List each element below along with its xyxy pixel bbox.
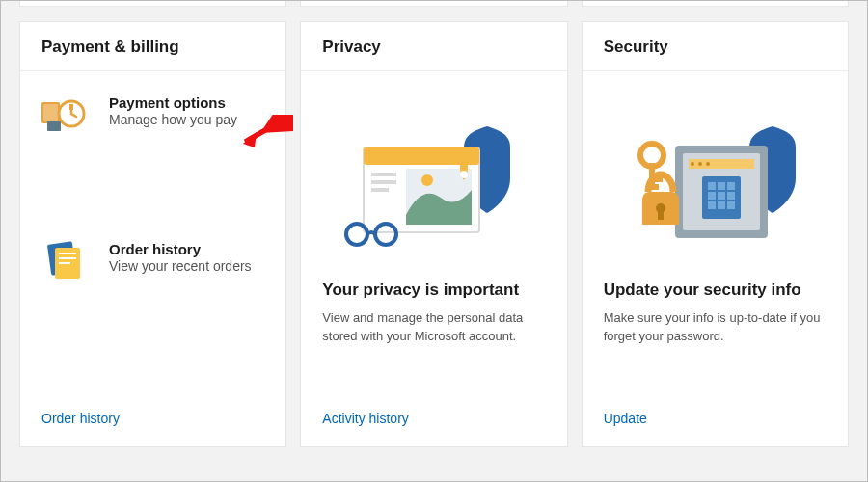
order-history-sub: View your recent orders bbox=[109, 258, 252, 274]
billing-text: Payment options Manage how you pay bbox=[109, 93, 237, 127]
svg-rect-9 bbox=[59, 262, 70, 264]
card-footer: Activity history bbox=[301, 392, 566, 446]
order-history-title: Order history bbox=[109, 241, 252, 257]
svg-rect-41 bbox=[658, 210, 664, 220]
svg-rect-27 bbox=[708, 182, 716, 190]
card-privacy: Privacy bbox=[300, 21, 567, 447]
card-title: Payment & billing bbox=[41, 38, 264, 57]
card-header: Payment & billing bbox=[20, 22, 285, 71]
payment-options-title: Payment options bbox=[109, 94, 237, 111]
cards-container: Payment & billing Payment options Ma bbox=[1, 21, 867, 447]
card-body: Payment options Manage how you pay Order… bbox=[20, 71, 285, 392]
payment-options-icon bbox=[41, 93, 88, 135]
card-header: Privacy bbox=[301, 22, 566, 71]
svg-rect-29 bbox=[727, 182, 735, 190]
svg-rect-7 bbox=[59, 253, 76, 254]
payment-options-sub: Manage how you pay bbox=[109, 112, 237, 127]
order-history-link[interactable]: Order history bbox=[41, 411, 120, 426]
billing-text: Order history View your recent orders bbox=[109, 239, 252, 274]
update-link[interactable]: Update bbox=[604, 411, 647, 426]
security-illustration bbox=[604, 96, 827, 265]
svg-rect-33 bbox=[708, 201, 716, 209]
card-body: Your privacy is important View and manag… bbox=[301, 71, 566, 392]
svg-rect-13 bbox=[371, 180, 396, 184]
order-history-icon bbox=[41, 239, 88, 281]
activity-history-link[interactable]: Activity history bbox=[322, 411, 408, 426]
card-title: Security bbox=[604, 38, 827, 57]
card-footer: Update bbox=[583, 392, 848, 446]
svg-rect-35 bbox=[727, 201, 735, 209]
privacy-heading: Your privacy is important bbox=[322, 281, 545, 300]
svg-rect-12 bbox=[371, 173, 396, 176]
payment-options-item[interactable]: Payment options Manage how you pay bbox=[41, 93, 264, 135]
svg-point-18 bbox=[346, 224, 367, 245]
svg-point-25 bbox=[706, 162, 710, 166]
order-history-item[interactable]: Order history View your recent orders bbox=[41, 239, 264, 281]
svg-rect-31 bbox=[718, 192, 725, 200]
card-payment-billing: Payment & billing Payment options Ma bbox=[19, 21, 286, 447]
svg-rect-1 bbox=[43, 104, 58, 121]
svg-rect-8 bbox=[59, 257, 76, 259]
card-header: Security bbox=[583, 22, 848, 71]
svg-point-16 bbox=[421, 174, 433, 186]
svg-rect-14 bbox=[371, 188, 389, 192]
svg-rect-32 bbox=[727, 192, 735, 200]
svg-rect-30 bbox=[708, 192, 716, 200]
security-heading: Update your security info bbox=[604, 281, 827, 300]
card-security: Security bbox=[582, 21, 849, 447]
card-footer: Order history bbox=[20, 392, 285, 446]
card-title: Privacy bbox=[322, 38, 545, 57]
svg-point-17 bbox=[460, 171, 468, 178]
privacy-illustration bbox=[322, 96, 545, 265]
svg-point-24 bbox=[698, 162, 702, 166]
svg-rect-34 bbox=[718, 201, 725, 209]
top-card-stubs bbox=[1, 1, 867, 7]
svg-rect-28 bbox=[718, 182, 725, 190]
card-body: Update your security info Make sure your… bbox=[583, 71, 848, 392]
svg-rect-4 bbox=[47, 121, 61, 131]
security-desc: Make sure your info is up-to-date if you… bbox=[604, 309, 827, 346]
privacy-desc: View and manage the personal data stored… bbox=[322, 309, 545, 346]
svg-point-23 bbox=[691, 162, 694, 166]
